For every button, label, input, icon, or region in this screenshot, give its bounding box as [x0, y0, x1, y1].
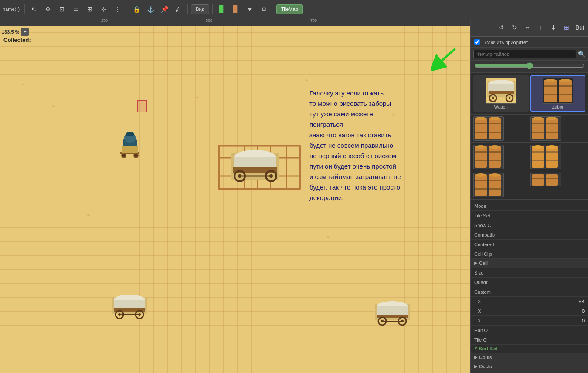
prop-ysort-indicator: Sort — [490, 346, 497, 351]
panel-down-btn[interactable]: ⬇ — [548, 22, 559, 33]
svg-rect-61 — [475, 118, 487, 139]
svg-point-76 — [547, 117, 557, 120]
toolbar-sep-1 — [127, 4, 127, 14]
prop-tran-section[interactable]: ▶ Tran — [471, 371, 588, 373]
svg-point-67 — [476, 117, 486, 120]
zoom-slider[interactable] — [474, 62, 585, 69]
extra-tile-3[interactable] — [473, 145, 504, 169]
filter-input[interactable] — [473, 50, 576, 58]
svg-rect-80 — [475, 160, 487, 161]
svg-rect-28 — [114, 300, 145, 309]
tool-move[interactable]: ✥ — [42, 3, 54, 15]
svg-rect-57 — [559, 85, 572, 87]
ruler-mark-500: 500 — [205, 18, 212, 23]
tool-rect[interactable]: ▭ — [70, 3, 82, 15]
tool-arrow-down[interactable]: ▼ — [244, 3, 256, 15]
tool-scale[interactable]: ⊡ — [56, 3, 68, 15]
canvas-area[interactable]: 250 500 750 133.5 % + Collected: — [0, 18, 470, 373]
zoom-label: 133.5 % — [2, 29, 19, 34]
svg-rect-55 — [544, 85, 557, 87]
svg-rect-70 — [546, 118, 558, 139]
panel-build-btn[interactable]: Bui — [574, 22, 585, 33]
extra-tile-4[interactable] — [530, 145, 561, 169]
prop-occlu-section[interactable]: ▶ Occlu — [471, 362, 588, 371]
panel-swap-btn[interactable]: ↔ — [522, 22, 533, 33]
tool-multi[interactable]: ⊞ — [84, 3, 96, 15]
prop-quadr: Quadr — [471, 278, 588, 287]
extra-tile-5[interactable] — [473, 173, 504, 197]
svg-rect-82 — [489, 160, 501, 161]
svg-rect-86 — [546, 146, 558, 168]
canvas-decor — [52, 105, 55, 107]
prop-cell-section-label: Cell — [479, 261, 488, 266]
prop-mode: Mode — [471, 201, 588, 211]
panel-up-btn[interactable]: ↑ — [535, 22, 546, 33]
svg-point-75 — [533, 117, 543, 120]
right-panel: ↺ ↻ ↔ ↑ ⬇ ⊞ Bui Включить приоритет 🔍 — [470, 18, 588, 373]
tool-pin[interactable]: 📌 — [158, 3, 170, 15]
character-sprite — [119, 132, 141, 159]
prop-size: Size — [471, 268, 588, 278]
extra-tile-1[interactable] — [473, 116, 504, 141]
canvas-decor — [196, 97, 199, 98]
tool-green1[interactable]: ▊ — [216, 3, 228, 15]
tool-copy[interactable]: ⧉ — [258, 3, 270, 15]
toolbar-sep-2 — [187, 4, 188, 14]
tile-zabor-canvas — [543, 78, 573, 104]
wagon-bottom-left — [110, 293, 149, 324]
svg-rect-102 — [546, 174, 558, 186]
svg-point-92 — [547, 145, 557, 149]
tool-select[interactable]: ↖ — [28, 3, 40, 15]
svg-rect-53 — [544, 80, 557, 102]
extra-tile-2[interactable] — [530, 116, 561, 141]
panel-grid-btn[interactable]: ⊞ — [561, 22, 572, 33]
panel-redo-btn[interactable]: ↻ — [509, 22, 520, 33]
tool-paint[interactable]: 🖊 — [172, 3, 184, 15]
svg-rect-64 — [475, 132, 487, 133]
prop-ysort: Y Sort Sort — [471, 345, 588, 353]
prop-collis-label: Collis — [479, 355, 492, 360]
extra-tile-6[interactable] — [530, 173, 561, 186]
ruler-mark-250: 250 — [100, 18, 108, 23]
priority-checkbox-row: Включить приоритет — [471, 37, 588, 48]
tool-transform[interactable]: ⊹ — [98, 3, 110, 15]
svg-rect-58 — [559, 94, 572, 95]
svg-rect-87 — [532, 151, 544, 153]
tool-more[interactable]: ⋮ — [112, 3, 124, 15]
annotation-text: Галочку эту если отжать то можно рисоват… — [309, 88, 401, 203]
tile-zabor[interactable]: Zabor — [530, 75, 586, 112]
zoom-plus-btn[interactable]: + — [21, 28, 29, 36]
priority-label[interactable]: Включить приоритет — [483, 40, 528, 45]
extra-tiles-row1 — [471, 115, 588, 143]
canvas-decor — [87, 214, 90, 216]
tab-tilemap[interactable]: TileMap — [276, 4, 303, 14]
svg-rect-85 — [532, 146, 544, 168]
tile-wagon[interactable]: Wagon — [473, 75, 529, 112]
prop-cellclip-label: Cell Clip — [474, 251, 492, 257]
svg-rect-63 — [475, 123, 487, 124]
prop-halfo-label: Half O — [474, 328, 488, 333]
prop-x1: X 64 — [471, 297, 588, 306]
tool-orange1[interactable]: ▊ — [230, 3, 242, 15]
panel-undo-btn[interactable]: ↺ — [496, 22, 507, 33]
svg-rect-94 — [489, 174, 501, 196]
collected-label: Collected: — [3, 37, 31, 43]
svg-rect-78 — [489, 146, 501, 168]
canvas-controls: 133.5 % + — [2, 28, 29, 36]
tab-view[interactable]: Вид — [191, 4, 209, 14]
tool-anchor[interactable]: ⚓ — [144, 3, 156, 15]
extra-tiles-row2 — [471, 143, 588, 171]
svg-rect-65 — [489, 123, 501, 124]
fence-wagon-group — [218, 145, 301, 198]
prop-compat: Compatib — [471, 230, 588, 240]
tile-wagon-label: Wagon — [494, 105, 508, 109]
svg-point-59 — [545, 79, 556, 82]
tool-lock[interactable]: 🔒 — [130, 3, 143, 15]
svg-rect-37 — [377, 306, 408, 315]
prop-custom-label: Custom — [474, 289, 491, 295]
prop-collis-section[interactable]: ▶ Collis — [471, 353, 588, 362]
prop-occlu-label: Occlu — [479, 364, 493, 369]
filter-search-icon[interactable]: 🔍 — [578, 51, 585, 58]
priority-checkbox[interactable] — [474, 39, 480, 45]
prop-cell-section[interactable]: ▶ Cell — [471, 259, 588, 268]
